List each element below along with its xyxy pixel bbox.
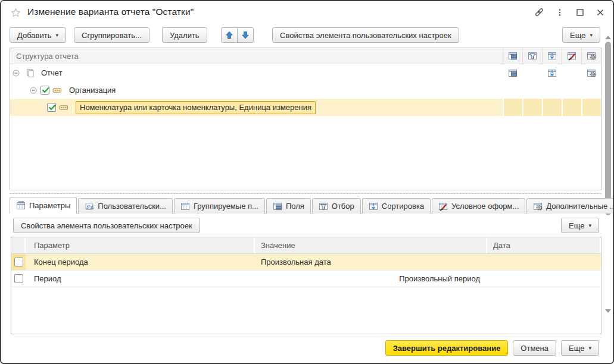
row-checkbox-unchecked[interactable] [14, 274, 23, 283]
tab-label: Параметры [29, 201, 70, 210]
tree-row-label: Организация [69, 86, 116, 95]
chevron-down-icon: ▾ [55, 33, 58, 38]
move-down-button[interactable] [237, 27, 254, 43]
scrollbar-thumb[interactable] [605, 42, 611, 215]
favorite-star-icon[interactable] [11, 8, 21, 18]
more-label: Еще [570, 31, 585, 40]
scroll-up-icon[interactable] [604, 34, 612, 40]
parameter-value: Произвольная дата [255, 254, 487, 270]
tab-label: Сортировка [382, 202, 424, 211]
tree-row-nomenclature[interactable]: Номенклатура или карточка номенклатуры, … [10, 99, 601, 116]
row-filter-cell[interactable] [522, 64, 542, 81]
parameter-row-end-of-period[interactable]: Конец периода Произвольная дата [11, 254, 601, 271]
more-button-toolbar[interactable]: Еще ▾ [562, 27, 600, 43]
arrow-up-icon [225, 30, 234, 40]
column-header-value: Значение [255, 237, 487, 253]
tab-filter[interactable]: Отбор [312, 198, 361, 214]
delete-button-label: Удалить [170, 31, 200, 40]
row-checkbox-checked[interactable] [40, 86, 49, 95]
maximize-icon[interactable] [574, 7, 585, 18]
fields-icon [273, 202, 282, 211]
tree-row-label: Отчет [41, 68, 63, 77]
pane-splitter[interactable] [10, 193, 601, 194]
add-button[interactable]: Добавить ▾ [10, 27, 66, 43]
vertical-scrollbar [603, 33, 613, 320]
conditional-appearance-icon [438, 202, 448, 211]
tree-row-organization[interactable]: Организация [10, 81, 601, 99]
more-button-parameters[interactable]: Еще ▾ [561, 218, 599, 233]
scroll-down-icon[interactable] [604, 308, 612, 314]
additional-settings-icon [533, 202, 543, 211]
more-label: Еще [569, 344, 584, 353]
kebab-menu-icon[interactable] [554, 7, 565, 18]
parameter-date [487, 254, 601, 270]
chevron-down-icon: ▾ [590, 33, 593, 38]
header-checkbox-column [11, 237, 26, 253]
delete-button[interactable]: Удалить [162, 27, 207, 43]
tab-sort[interactable]: Сортировка [362, 198, 431, 214]
row-sort-icon[interactable] [542, 64, 562, 81]
parameter-name: Период [26, 271, 255, 287]
parameter-row-period[interactable]: Период Произвольный период [11, 271, 601, 287]
tab-label: Условное оформ... [451, 202, 519, 211]
link-icon[interactable] [534, 7, 545, 18]
tree-header: Структура отчета [10, 48, 601, 64]
column-header-date: Дата [487, 237, 601, 253]
row-checkbox-checked[interactable] [47, 103, 56, 112]
row-additional-settings-icon[interactable] [581, 64, 601, 81]
parameter-date [487, 271, 601, 287]
chevron-down-icon: ▾ [588, 346, 591, 351]
tab-label: Поля [286, 202, 304, 211]
window-title: Изменение варианта отчета "Остатки" [27, 7, 194, 17]
tab-label: Группируемые п... [194, 202, 258, 211]
column-filter-icon [522, 48, 542, 64]
close-icon[interactable] [594, 7, 606, 18]
tab-user-fields[interactable]: Пользовательски... [78, 198, 173, 214]
group-button[interactable]: Сгруппировать... [74, 27, 149, 43]
move-up-button[interactable] [221, 27, 238, 43]
tree-row-report[interactable]: Отчет [10, 64, 601, 81]
tab-conditional-appearance[interactable]: Условное оформ... [432, 198, 525, 214]
chevron-down-icon: ▾ [588, 223, 591, 228]
cancel-button[interactable]: Отмена [513, 340, 556, 356]
tab-grouped-fields[interactable]: Группируемые п... [174, 198, 265, 214]
column-grouping-fields-icon [503, 48, 522, 64]
more-label: Еще [569, 221, 584, 230]
row-checkbox-unchecked[interactable] [14, 258, 23, 266]
filter-icon [319, 202, 328, 211]
cancel-label: Отмена [521, 344, 548, 353]
column-conditional-appearance-icon [562, 48, 581, 64]
collapse-icon[interactable] [13, 70, 20, 77]
tab-parameters[interactable]: Параметры [10, 197, 77, 214]
tab-label: Дополнительные ... [546, 202, 614, 211]
settings-tabs: Параметры Пользовательски... Группируемы… [10, 197, 601, 214]
report-structure-tree: Структура отчета Отчет [10, 48, 601, 190]
grouping-icon [59, 103, 68, 112]
table-icon [180, 202, 190, 211]
user-settings-properties-label: Свойства элемента пользовательских настр… [21, 221, 192, 230]
row-conditional-cell[interactable] [562, 64, 581, 81]
finish-editing-button[interactable]: Завершить редактирование [385, 340, 509, 356]
column-sort-icon [542, 48, 562, 64]
parameter-value: Произвольный период [255, 271, 487, 287]
more-button-footer[interactable]: Еще ▾ [561, 340, 599, 356]
footer-bar: Завершить редактирование Отмена Еще ▾ [1, 340, 613, 358]
report-variant-edit-window: Изменение варианта отчета "Остатки" Доба… [0, 0, 614, 364]
parameters-table: Параметр Значение Дата Конец периода Про… [11, 237, 601, 334]
column-header-parameter: Параметр [26, 237, 255, 253]
collapse-icon[interactable] [30, 87, 37, 94]
tab-additional-settings[interactable]: Дополнительные ... [526, 198, 614, 214]
parameter-name: Конец периода [26, 254, 255, 270]
grouping-icon [52, 86, 62, 95]
user-settings-properties-label: Свойства элемента пользовательских настр… [280, 31, 451, 40]
row-grouping-fields-icon[interactable] [503, 64, 522, 81]
tab-fields[interactable]: Поля [266, 198, 311, 214]
user-settings-properties-button-2[interactable]: Свойства элемента пользовательских настр… [13, 218, 200, 233]
title-bar: Изменение варианта отчета "Остатки" [1, 1, 613, 24]
group-button-label: Сгруппировать... [82, 31, 142, 40]
user-settings-properties-button[interactable]: Свойства элемента пользовательских настр… [272, 27, 459, 43]
finish-editing-label: Завершить редактирование [393, 344, 501, 353]
selected-tree-cell[interactable]: Номенклатура или карточка номенклатуры, … [76, 101, 316, 114]
sort-icon [369, 202, 378, 211]
arrow-down-icon [241, 30, 250, 40]
